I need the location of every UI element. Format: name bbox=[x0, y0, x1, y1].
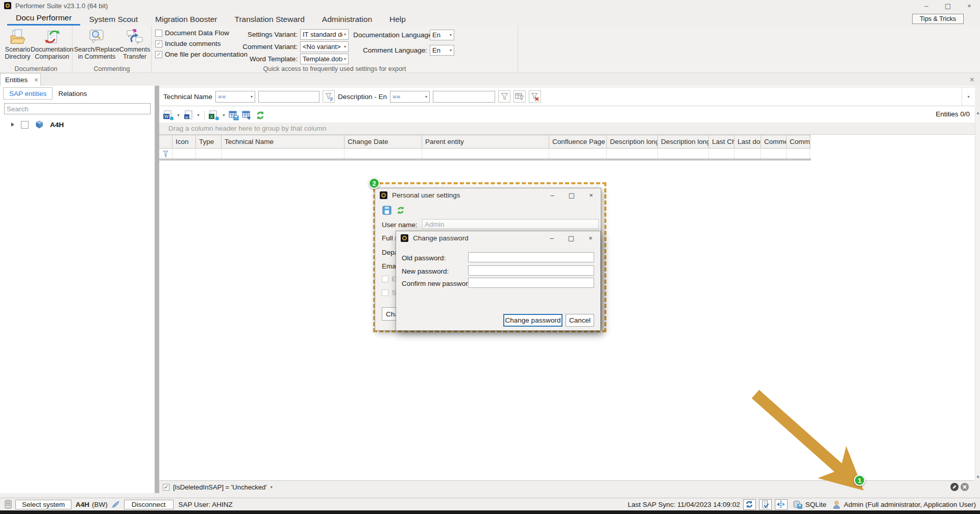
export-excel-button[interactable]: X bbox=[208, 109, 220, 121]
ribbon-tab-system-scout[interactable]: System Scout bbox=[80, 13, 146, 26]
column-header-parent-entity[interactable]: Parent entity bbox=[422, 135, 549, 148]
chevron-down-icon[interactable]: ▾ bbox=[176, 113, 181, 117]
column-header-comment-st[interactable]: Comment St... bbox=[787, 135, 810, 148]
filter-row-dropdown[interactable]: ▾ bbox=[962, 87, 975, 106]
save-grid-layout-button[interactable] bbox=[228, 109, 240, 121]
tab-entities[interactable]: Entities × bbox=[0, 73, 41, 86]
tab-relations[interactable]: Relations bbox=[53, 87, 92, 100]
filter-cell[interactable] bbox=[761, 149, 787, 159]
window-close-button[interactable]: × bbox=[959, 2, 980, 10]
checkbox-document-data-flow[interactable]: Document Data Flow bbox=[155, 29, 238, 37]
scroll-up-icon[interactable]: ▲ bbox=[975, 111, 980, 115]
column-header-description-de[interactable]: Description long - De bbox=[658, 135, 709, 148]
dialog-minimize-button[interactable]: – bbox=[543, 191, 562, 199]
tree-item-a4h[interactable]: A4H bbox=[0, 118, 155, 131]
panel-close-icon[interactable]: × bbox=[969, 76, 975, 83]
log-document-button[interactable] bbox=[759, 499, 772, 510]
settings-variant-select[interactable]: IT standard document... ▾ bbox=[300, 29, 349, 40]
column-header-last-doc[interactable]: Last doc. bbox=[734, 135, 761, 148]
chevron-down-icon[interactable]: ▾ bbox=[221, 113, 227, 117]
checkbox-box[interactable]: ✓ bbox=[155, 51, 162, 58]
checkbox-box[interactable] bbox=[155, 30, 162, 37]
filter-cell[interactable] bbox=[345, 149, 422, 159]
export-word-button[interactable]: W bbox=[162, 109, 175, 121]
confirm-password-input[interactable] bbox=[468, 278, 594, 288]
comments-transfer-button[interactable]: Comments Transfer bbox=[119, 28, 150, 65]
save-icon[interactable] bbox=[382, 206, 391, 215]
change-password-button[interactable]: Change password bbox=[503, 314, 562, 327]
comment-variant-select[interactable]: <No variant> ▾ bbox=[300, 41, 349, 52]
chevron-down-icon[interactable]: ▾ bbox=[271, 485, 273, 489]
filter-enabled-checkbox[interactable]: ✓ bbox=[163, 484, 169, 491]
filter-cell[interactable] bbox=[173, 149, 196, 159]
technical-name-filter-input[interactable] bbox=[258, 91, 320, 103]
grid-vertical-scrollbar[interactable]: ▲ ▼ bbox=[975, 110, 980, 480]
search-input[interactable] bbox=[4, 103, 151, 114]
technical-name-operator-select[interactable]: == ▾ bbox=[215, 91, 255, 103]
filter-cell[interactable] bbox=[787, 149, 810, 159]
column-header-confluence-page[interactable]: Confluence Page bbox=[549, 135, 607, 148]
filter-cell[interactable] bbox=[709, 149, 734, 159]
load-grid-layout-button[interactable] bbox=[241, 109, 253, 121]
edit-filter-icon[interactable] bbox=[950, 483, 959, 491]
scroll-down-icon[interactable]: ▼ bbox=[975, 475, 980, 479]
filter-grid-button[interactable] bbox=[513, 90, 526, 103]
select-system-button[interactable]: Select system bbox=[15, 500, 71, 509]
dialog-close-button[interactable]: × bbox=[581, 234, 600, 242]
export-word-single-button[interactable]: w bbox=[182, 109, 194, 121]
panel-splitter[interactable] bbox=[155, 86, 159, 493]
ribbon-tab-translation-steward[interactable]: Translation Steward bbox=[226, 13, 313, 26]
description-operator-select[interactable]: == ▾ bbox=[390, 91, 430, 103]
refresh-icon[interactable] bbox=[396, 206, 405, 215]
ribbon-tab-docu-performer[interactable]: Docu Performer bbox=[7, 11, 80, 26]
documentation-language-select[interactable]: En ▾ bbox=[430, 30, 454, 40]
dialog-titlebar[interactable]: Change password – □ × bbox=[396, 231, 600, 245]
dialog-maximize-button[interactable]: □ bbox=[562, 191, 581, 199]
filter-cell[interactable] bbox=[422, 149, 549, 159]
comment-language-select[interactable]: En ▾ bbox=[430, 45, 454, 56]
column-header-comment-co[interactable]: Comment Co... bbox=[761, 135, 787, 148]
cancel-button[interactable]: Cancel bbox=[566, 314, 594, 327]
documentation-comparison-button[interactable]: Documentation Comparison bbox=[34, 28, 70, 65]
checkbox-box[interactable]: ✓ bbox=[155, 40, 162, 47]
search-replace-comments-button[interactable]: Search/Replace in Comments bbox=[74, 28, 119, 65]
apply-filter-button[interactable] bbox=[498, 90, 510, 103]
filter-cell[interactable] bbox=[734, 149, 761, 159]
current-user-label[interactable]: Admin (Full administrator, Application U… bbox=[844, 501, 976, 508]
column-header-last-change[interactable]: Last Change... bbox=[709, 135, 734, 148]
chevron-down-icon[interactable]: ▾ bbox=[195, 113, 201, 117]
sync-button[interactable] bbox=[743, 499, 756, 510]
close-filter-icon[interactable] bbox=[961, 483, 969, 491]
filter-cell[interactable] bbox=[196, 149, 222, 159]
description-filter-input[interactable] bbox=[433, 91, 495, 103]
refresh-grid-button[interactable] bbox=[254, 109, 266, 121]
checkbox-include-comments[interactable]: ✓ Include comments bbox=[155, 40, 238, 47]
filter-cell[interactable] bbox=[222, 149, 345, 159]
dialog-titlebar[interactable]: Personal user settings – □ × bbox=[375, 188, 601, 202]
column-header-change-date[interactable]: Change Date bbox=[345, 135, 422, 148]
disconnect-button[interactable]: Disconnect bbox=[124, 500, 174, 509]
dialog-maximize-button[interactable]: □ bbox=[561, 234, 581, 242]
dialog-close-button[interactable]: × bbox=[581, 191, 601, 199]
tree-item-checkbox[interactable] bbox=[21, 121, 29, 129]
word-template-select[interactable]: Template.dotx (Local) ▾ bbox=[300, 54, 349, 64]
scenario-directory-button[interactable]: Scenario Directory bbox=[2, 28, 34, 65]
ribbon-tab-administration[interactable]: Administration bbox=[313, 13, 381, 26]
tab-sap-entities[interactable]: SAP entities bbox=[3, 87, 53, 100]
tips-and-tricks-button[interactable]: Tips & Tricks bbox=[912, 14, 964, 24]
column-header-type[interactable]: Type bbox=[196, 135, 222, 148]
new-password-input[interactable] bbox=[468, 265, 594, 276]
filter-cell[interactable] bbox=[549, 149, 607, 159]
filter-cell[interactable] bbox=[607, 149, 658, 159]
column-header-description-en[interactable]: Description long - En bbox=[607, 135, 658, 148]
filter-cell[interactable] bbox=[658, 149, 709, 159]
ribbon-tab-help[interactable]: Help bbox=[381, 13, 414, 26]
database-label[interactable]: SQLite bbox=[805, 501, 826, 508]
compare-settings-button[interactable] bbox=[775, 499, 788, 510]
window-maximize-button[interactable]: □ bbox=[937, 2, 959, 10]
filter-settings-button[interactable] bbox=[323, 90, 335, 103]
checkbox-one-file-per-documentation[interactable]: ✓ One file per documentation bbox=[155, 51, 238, 58]
old-password-input[interactable] bbox=[468, 252, 594, 262]
expand-arrow-icon[interactable] bbox=[11, 123, 14, 127]
ribbon-tab-migration-booster[interactable]: Migration Booster bbox=[146, 13, 226, 26]
